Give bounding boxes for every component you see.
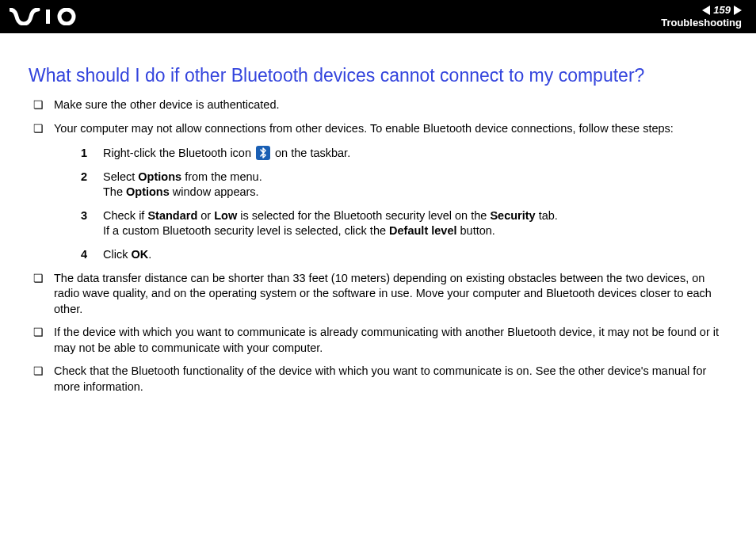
step-text: tab.	[536, 209, 558, 222]
step-text: button.	[456, 224, 494, 237]
section-label: Troubleshooting	[661, 17, 742, 29]
step-bold: Low	[214, 209, 237, 222]
list-item: Make sure the other device is authentica…	[29, 97, 727, 113]
step-bold: Standard	[147, 209, 197, 222]
list-item: Check that the Bluetooth functionality o…	[29, 364, 727, 395]
step-bold: Security	[490, 209, 535, 222]
step-text: Right-click the Bluetooth icon	[103, 147, 254, 159]
step-item: 1 Right-click the Bluetooth icon on the …	[81, 146, 727, 162]
header-right: 159 Troubleshooting	[661, 5, 742, 29]
step-number: 4	[81, 247, 87, 263]
step-text: The	[103, 185, 126, 198]
next-page-arrow-icon[interactable]	[734, 6, 742, 15]
prev-page-arrow-icon[interactable]	[702, 6, 710, 15]
step-text: is selected for the Bluetooth security l…	[237, 209, 490, 222]
step-text: from the menu.	[181, 170, 262, 183]
step-bold: OK	[131, 248, 148, 261]
step-number: 1	[81, 146, 87, 162]
step-bold: Default level	[389, 224, 456, 237]
step-number: 2	[81, 170, 87, 185]
bluetooth-icon	[256, 146, 270, 160]
bullet-list: Make sure the other device is authentica…	[29, 97, 727, 395]
page-navigator: 159	[702, 5, 742, 16]
page-content: What should I do if other Bluetooth devi…	[0, 33, 756, 395]
step-bold: Options	[126, 185, 170, 198]
svg-point-1	[59, 10, 74, 24]
list-item: Your computer may not allow connections …	[29, 121, 727, 263]
step-text: window appears.	[170, 185, 259, 198]
steps-list: 1 Right-click the Bluetooth icon on the …	[81, 146, 727, 262]
step-item: 2 Select Options from the menu. The Opti…	[81, 170, 727, 200]
step-bold: Options	[138, 170, 181, 183]
step-text: Check if	[103, 209, 147, 222]
page-number: 159	[713, 5, 731, 16]
step-text: or	[197, 209, 214, 222]
list-item: If the device with which you want to com…	[29, 325, 727, 356]
step-item: 3 Check if Standard or Low is selected f…	[81, 208, 727, 239]
step-item: 4 Click OK.	[81, 247, 727, 263]
vaio-logo	[10, 8, 86, 25]
page-title: What should I do if other Bluetooth devi…	[29, 65, 727, 86]
step-text: .	[148, 248, 151, 261]
step-number: 3	[81, 208, 87, 224]
svg-rect-0	[46, 10, 50, 24]
step-text: If a custom Bluetooth security level is …	[103, 224, 389, 237]
page-header: 159 Troubleshooting	[0, 0, 756, 33]
step-text: Select	[103, 170, 138, 183]
list-item-text: Your computer may not allow connections …	[54, 122, 674, 135]
step-text: Click	[103, 248, 131, 261]
step-text: on the taskbar.	[272, 147, 350, 159]
list-item: The data transfer distance can be shorte…	[29, 271, 727, 318]
